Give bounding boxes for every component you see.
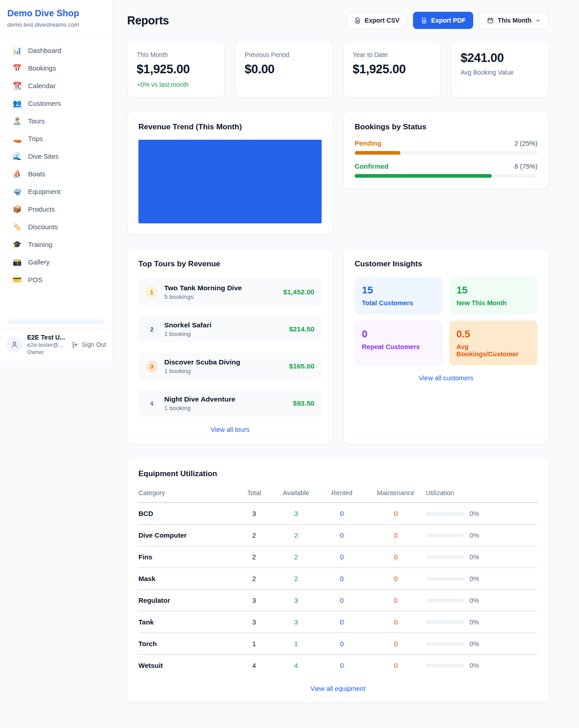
tag-icon: 🏷️ bbox=[13, 223, 22, 231]
cell-available: 1 bbox=[274, 633, 318, 655]
sidebar-item-label: Trips bbox=[28, 135, 43, 142]
cell-utilization: 0% bbox=[426, 655, 537, 676]
cell-utilization: 0% bbox=[426, 568, 537, 590]
header-actions: Export CSV Export PDF This Month bbox=[346, 12, 549, 29]
view-all-tours-link[interactable]: View all tours bbox=[211, 426, 250, 433]
export-pdf-button[interactable]: Export PDF bbox=[413, 12, 473, 29]
status-row-pending: Pending 2 (25%) bbox=[355, 139, 537, 155]
customer-insights-card: Customer Insights 15 Total Customers 15 … bbox=[343, 248, 549, 444]
list-item: 2 Snorkel Safari 1 booking $214.50 bbox=[138, 316, 322, 343]
cell-available: 2 bbox=[274, 525, 318, 546]
file-download-icon bbox=[354, 17, 361, 24]
progress-track bbox=[355, 174, 537, 178]
sidebar-item-bookings[interactable]: 📅 Bookings bbox=[7, 60, 105, 76]
tile-label: New This Month bbox=[456, 299, 530, 307]
cell-rented: 0 bbox=[318, 503, 366, 525]
utilization-track bbox=[426, 599, 464, 602]
cell-available: 3 bbox=[274, 590, 318, 611]
tile-new-this-month: 15 New This Month bbox=[449, 277, 537, 314]
export-csv-button[interactable]: Export CSV bbox=[346, 12, 407, 29]
sidebar-item-products[interactable]: 📦 Products bbox=[7, 201, 105, 217]
status-count: 2 (25%) bbox=[514, 140, 537, 147]
sidebar-item-pos[interactable]: 💳 POS bbox=[7, 271, 105, 288]
utilization-text: 0% bbox=[470, 619, 479, 626]
sidebar-item-dive-sites[interactable]: 🌊 Dive Sites bbox=[7, 148, 105, 165]
shop-domain: demo.test.divestreams.com bbox=[7, 21, 105, 28]
utilization-text: 0% bbox=[470, 597, 479, 604]
cell-available: 2 bbox=[274, 568, 318, 590]
tile-total-customers: 15 Total Customers bbox=[355, 277, 443, 314]
table-header-row: Category Total Available Rented Maintena… bbox=[138, 487, 537, 503]
table-row: BCD 3 3 0 0 0% bbox=[138, 503, 537, 525]
sidebar-item-label: Boats bbox=[28, 170, 45, 178]
period-select[interactable]: This Month bbox=[479, 12, 549, 29]
cell-utilization: 0% bbox=[426, 503, 537, 525]
utilization-track bbox=[426, 534, 464, 537]
sidebar-item-trips[interactable]: 🚤 Trips bbox=[7, 130, 105, 147]
rank-badge: 3 bbox=[146, 360, 158, 373]
equipment-utilization-card: Equipment Utilization Category Total Ava… bbox=[127, 458, 549, 703]
tour-name: Discover Scuba Diving bbox=[164, 358, 283, 366]
sidebar-item-boats[interactable]: ⛵ Boats bbox=[7, 165, 105, 182]
utilization-track bbox=[426, 577, 464, 581]
sidebar-item-label: Customers bbox=[28, 99, 61, 107]
tour-name: Two Tank Morning Dive bbox=[164, 284, 277, 292]
tile-value: 0.5 bbox=[456, 328, 530, 340]
view-all-customers-link[interactable]: View all customers bbox=[419, 374, 474, 382]
package-icon: 📦 bbox=[13, 206, 22, 213]
sidebar-item-equipment[interactable]: 🤿 Equipment bbox=[7, 183, 105, 200]
view-all-equipment-link[interactable]: View all equipment bbox=[310, 685, 365, 692]
sidebar-item-discounts[interactable]: 🏷️ Discounts bbox=[7, 218, 105, 235]
cell-maintenance: 0 bbox=[366, 525, 426, 546]
tour-bookings: 1 booking bbox=[164, 331, 283, 337]
camera-icon: 📸 bbox=[13, 259, 22, 266]
equipment-table: Category Total Available Rented Maintena… bbox=[138, 487, 537, 676]
column-header-utilization: Utilization bbox=[426, 487, 537, 503]
cell-maintenance: 0 bbox=[366, 655, 426, 676]
table-row: Tank 3 3 0 0 0% bbox=[138, 611, 537, 633]
sidebar-item-label: Discounts bbox=[28, 223, 58, 231]
stat-card-year-to-date: Year to Date $1,925.00 bbox=[343, 42, 441, 98]
page-header: Reports Export CSV Export PDF This Month bbox=[127, 12, 549, 29]
user-info: E2E Test U... e2e-tester@... Owner bbox=[27, 334, 67, 355]
tile-value: 0 bbox=[362, 328, 436, 340]
sidebar-item-reports-partial[interactable] bbox=[7, 319, 105, 324]
period-label: This Month bbox=[498, 17, 532, 24]
stat-value: $241.00 bbox=[460, 51, 539, 65]
cell-category: Torch bbox=[138, 633, 234, 655]
sidebar-item-tours[interactable]: 🏝️ Tours bbox=[7, 113, 105, 129]
page-title: Reports bbox=[127, 14, 169, 27]
stat-value: $0.00 bbox=[245, 62, 323, 76]
cell-category: BCD bbox=[138, 503, 234, 525]
calendar-icon bbox=[487, 17, 494, 24]
sidebar-item-calendar[interactable]: 📆 Calendar bbox=[7, 77, 105, 94]
utilization-track bbox=[426, 512, 464, 515]
cell-category: Dive Computer bbox=[138, 525, 234, 546]
table-row: Regulator 3 3 0 0 0% bbox=[138, 590, 537, 611]
cell-total: 2 bbox=[234, 568, 274, 590]
status-count: 6 (75%) bbox=[514, 163, 537, 170]
sidebar-item-dashboard[interactable]: 📊 Dashboard bbox=[7, 42, 105, 59]
sidebar-item-customers[interactable]: 👥 Customers bbox=[7, 95, 105, 112]
top-tours-card: Top Tours by Revenue 1 Two Tank Morning … bbox=[127, 248, 333, 444]
list-item: 4 Night Dive Adventure 1 booking $93.50 bbox=[138, 390, 322, 417]
file-download-icon bbox=[421, 17, 427, 24]
utilization-track bbox=[426, 620, 464, 624]
insight-tiles: 15 Total Customers 15 New This Month 0 R… bbox=[355, 277, 537, 365]
cell-total: 3 bbox=[234, 590, 274, 611]
sidebar-item-label: Bookings bbox=[28, 64, 56, 72]
sidebar-item-label: Dashboard bbox=[28, 47, 61, 54]
sidebar-item-gallery[interactable]: 📸 Gallery bbox=[7, 254, 105, 270]
stat-label: Previous Period bbox=[245, 51, 323, 58]
main-content: Reports Export CSV Export PDF This Month… bbox=[113, 0, 579, 721]
column-header-available: Available bbox=[274, 487, 318, 503]
cell-rented: 0 bbox=[318, 611, 366, 633]
cell-rented: 0 bbox=[318, 633, 366, 655]
cell-total: 2 bbox=[234, 546, 274, 568]
avatar bbox=[6, 336, 23, 353]
sidebar-item-training[interactable]: 🎓 Training bbox=[7, 236, 105, 253]
charts-row: Revenue Trend (This Month) Bookings by S… bbox=[127, 111, 549, 235]
sign-out-button[interactable]: Sign Out bbox=[71, 341, 106, 349]
rank-badge: 4 bbox=[146, 397, 158, 410]
cell-utilization: 0% bbox=[426, 633, 537, 655]
